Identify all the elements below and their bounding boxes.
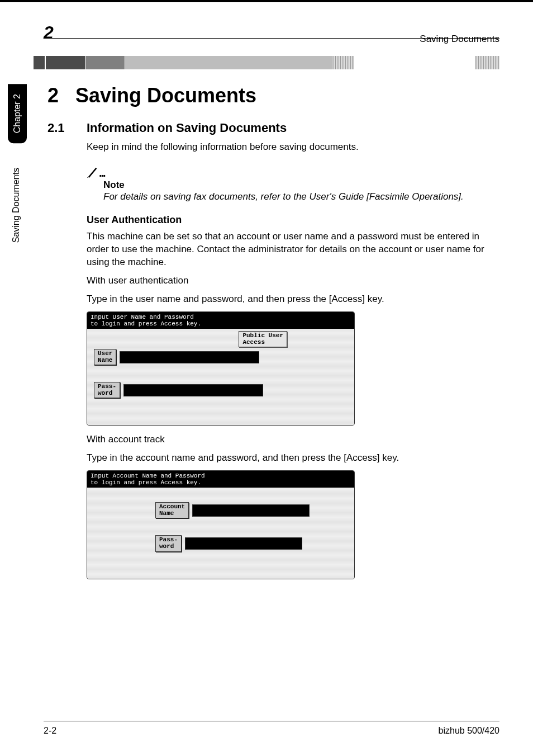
panel1-title-line1: Input User Name and Password <box>91 314 194 320</box>
section-intro: Keep in mind the following information b… <box>87 141 499 153</box>
panel2-title-line1: Input Account Name and Password <box>91 472 205 479</box>
decorative-band <box>34 56 499 69</box>
type-account-instruction: Type in the account name and password, a… <box>87 452 499 465</box>
panel2-title-line2: to login and press Access key. <box>91 479 201 486</box>
password-field[interactable] <box>123 384 263 396</box>
panel-user-auth: Input User Name and Password to login an… <box>87 311 355 426</box>
chapter-indicator: 2 <box>44 22 54 43</box>
with-account-track-label: With account track <box>87 433 499 446</box>
side-label-section: Saving Documents <box>11 168 21 243</box>
public-user-access-button[interactable]: Public User Access <box>239 331 287 347</box>
password-button[interactable]: Pass- word <box>94 382 120 398</box>
with-user-auth-label: With user authentication <box>87 275 499 287</box>
account-password-button[interactable]: Pass- word <box>155 535 182 551</box>
body-user-auth: This machine can be set so that an accou… <box>87 230 499 269</box>
chapter-title: Saving Documents <box>75 84 256 107</box>
section-number: 2.1 <box>47 121 75 135</box>
user-name-field[interactable] <box>120 351 259 363</box>
chapter-number: 2 <box>47 84 59 107</box>
note-text: For details on saving fax documents, ref… <box>103 191 499 203</box>
account-name-field[interactable] <box>192 504 310 517</box>
footer-model: bizhub 500/420 <box>439 726 499 736</box>
user-name-button[interactable]: User Name <box>94 349 116 365</box>
header-breadcrumb: Saving Documents <box>420 34 499 45</box>
panel1-title-line2: to login and press Access key. <box>91 320 201 327</box>
side-tab-chapter: Chapter 2 <box>8 84 27 143</box>
section-title: Information on Saving Documents <box>87 121 287 135</box>
footer-page-number: 2-2 <box>44 726 56 736</box>
note-label: Note <box>103 179 499 191</box>
panel-account-track: Input Account Name and Password to login… <box>87 470 355 579</box>
account-name-button[interactable]: Account Name <box>155 502 189 518</box>
account-password-field[interactable] <box>185 537 302 550</box>
note-icon: ... <box>87 164 105 179</box>
type-user-instruction: Type in the user name and password, and … <box>87 293 499 306</box>
subheading-user-auth: User Authentication <box>87 214 499 226</box>
